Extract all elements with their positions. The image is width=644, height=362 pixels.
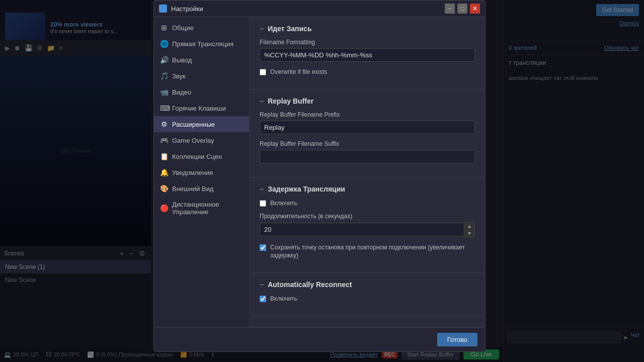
duration-group: Продолжительность (в секундах) ▲ ▼ [260, 213, 475, 237]
nav-item-audio[interactable]: 🎵 Звук [154, 68, 249, 84]
nav-item-remote-control[interactable]: 🔴 Дистанционное Управление [154, 197, 249, 220]
video-icon: 📹 [160, 88, 168, 96]
maximize-btn[interactable]: □ [457, 4, 467, 14]
nav-item-video[interactable]: 📹 Видео [154, 84, 249, 100]
nav-label-hotkeys: Горячие Клавиши [172, 105, 226, 112]
section-replay-buffer: − Replay Buffer Replay Buffer Filename P… [250, 89, 485, 177]
reconnect-checkbox[interactable] [260, 244, 266, 251]
section-replay-header: − Replay Buffer [260, 97, 475, 105]
dialog-body: ⊞ Общие 🌐 Прямая Трансляция 🔊 Вывод 🎵 Зв… [154, 17, 485, 327]
filename-group: Filename Formatting [260, 39, 475, 62]
duration-input[interactable] [260, 223, 464, 236]
nav-label-appearance: Внешний Вид [172, 185, 213, 193]
close-btn[interactable]: ✕ [470, 4, 480, 14]
notifications-icon: 🔔 [160, 168, 168, 176]
reconnect-title: Automatically Reconnect [268, 281, 352, 289]
dialog-footer: Готово [154, 327, 485, 351]
nav-item-advanced[interactable]: ⚙ Расширенные [154, 116, 249, 132]
nav-label-general: Общие [172, 24, 194, 32]
delay-enable-label: Включить [270, 199, 297, 208]
prefix-input[interactable] [260, 121, 475, 134]
dialog-icon [159, 5, 167, 13]
section-recording-header: − Идет Запись [260, 25, 475, 33]
section-delay-header: − Задержка Трансляции [260, 185, 475, 193]
suffix-input[interactable] [260, 150, 475, 163]
section-recording: − Идет Запись Filename Formatting Overwr… [250, 17, 485, 89]
overwrite-checkbox[interactable] [260, 69, 266, 75]
prefix-group: Replay Buffer Filename Prefix [260, 111, 475, 134]
hotkeys-icon: ⌨ [160, 104, 168, 112]
overwrite-label: Overwrite if file exists [270, 68, 327, 76]
section-reconnect-header: − Automatically Reconnect [260, 281, 475, 289]
output-icon: 🔊 [160, 56, 168, 64]
recording-collapse-btn[interactable]: − [260, 25, 264, 33]
nav-label-audio: Звук [172, 72, 186, 80]
nav-item-stream[interactable]: 🌐 Прямая Трансляция [154, 36, 249, 52]
settings-nav: ⊞ Общие 🌐 Прямая Трансляция 🔊 Вывод 🎵 Зв… [154, 17, 250, 327]
dialog-titlebar: Настройки − □ ✕ [154, 1, 485, 17]
section-stream-delay: − Задержка Трансляции Включить Продолжит… [250, 177, 485, 273]
filename-label: Filename Formatting [260, 39, 475, 46]
overwrite-row: Overwrite if file exists [260, 68, 475, 76]
nav-item-appearance[interactable]: 🎨 Внешний Вид [154, 180, 249, 197]
section-auto-reconnect: − Automatically Reconnect Включить [250, 273, 485, 316]
settings-dialog: Настройки − □ ✕ ⊞ Общие 🌐 Прямая Трансля… [153, 0, 486, 352]
recording-title: Идет Запись [268, 25, 311, 33]
reconnect-collapse-btn[interactable]: − [260, 281, 264, 289]
delay-title: Задержка Трансляции [268, 185, 345, 193]
nav-label-video: Видео [172, 88, 191, 96]
auto-reconnect-checkbox[interactable] [260, 296, 266, 302]
stream-icon: 🌐 [160, 40, 168, 48]
minimize-btn[interactable]: − [445, 4, 455, 14]
suffix-label: Replay Buffer Filename Suffix [260, 140, 475, 147]
delay-enable-checkbox[interactable] [260, 200, 266, 207]
nav-label-scene-collections: Коллекции Сцен [172, 153, 222, 160]
nav-item-hotkeys[interactable]: ⌨ Горячие Клавиши [154, 100, 249, 116]
settings-content: − Идет Запись Filename Formatting Overwr… [250, 17, 485, 327]
nav-item-notifications[interactable]: 🔔 Уведомления [154, 164, 249, 180]
auto-reconnect-label: Включить [270, 295, 297, 303]
appearance-icon: 🎨 [160, 185, 168, 193]
nav-label-game-overlay: Game Overlay [172, 137, 214, 144]
titlebar-controls: − □ ✕ [445, 4, 480, 14]
dialog-title-text: Настройки [171, 5, 203, 13]
nav-label-output: Вывод [172, 56, 192, 64]
suffix-group: Replay Buffer Filename Suffix [260, 140, 475, 163]
general-icon: ⊞ [160, 24, 168, 32]
auto-reconnect-enable-row: Включить [260, 295, 475, 303]
replay-title: Replay Buffer [268, 97, 313, 105]
replay-collapse-btn[interactable]: − [260, 97, 264, 105]
nav-label-stream: Прямая Трансляция [172, 40, 233, 48]
prefix-label: Replay Buffer Filename Prefix [260, 111, 475, 118]
done-btn[interactable]: Готово [437, 333, 477, 346]
filename-input[interactable] [260, 48, 475, 62]
delay-enable-row: Включить [260, 199, 475, 208]
dialog-title: Настройки [159, 5, 203, 13]
duration-label: Продолжительность (в секундах) [260, 213, 475, 220]
reconnect-row: Сохранять точку останова при повторном п… [260, 243, 475, 260]
nav-label-advanced: Расширенные [172, 121, 215, 128]
duration-wrap: ▲ ▼ [260, 222, 475, 237]
reconnect-label: Сохранять точку останова при повторном п… [270, 243, 475, 260]
nav-item-scene-collections[interactable]: 📋 Коллекции Сцен [154, 148, 249, 164]
nav-item-output[interactable]: 🔊 Вывод [154, 52, 249, 68]
duration-down[interactable]: ▼ [464, 230, 474, 237]
duration-arrows: ▲ ▼ [464, 222, 475, 237]
nav-label-remote-control: Дистанционное Управление [172, 201, 243, 216]
audio-icon: 🎵 [160, 72, 168, 80]
duration-up[interactable]: ▲ [464, 223, 474, 230]
scene-collections-icon: 📋 [160, 152, 168, 160]
nav-item-general[interactable]: ⊞ Общие [154, 20, 249, 36]
advanced-icon: ⚙ [160, 120, 168, 128]
delay-collapse-btn[interactable]: − [260, 185, 264, 193]
remote-icon: 🔴 [160, 204, 168, 212]
nav-label-notifications: Уведомления [172, 169, 213, 176]
game-overlay-icon: 🎮 [160, 136, 168, 144]
nav-item-game-overlay[interactable]: 🎮 Game Overlay [154, 132, 249, 148]
